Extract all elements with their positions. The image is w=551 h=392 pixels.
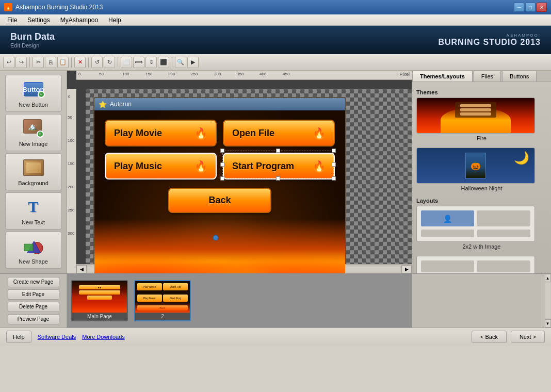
layout-2x2-thumbnail[interactable] [416,256,535,273]
layout-cell-2 [421,230,474,237]
back-nav-button[interactable]: < Back [472,331,507,343]
tool-new-text[interactable]: T New Text [5,192,62,230]
menu-help[interactable]: Help [103,15,126,25]
theme-fire-preview [417,98,534,133]
sub-title: Edit Design [10,42,55,48]
pixel-label: Pixel [399,72,410,77]
delete-page-button[interactable]: Delete Page [8,302,59,312]
play-music-label: Play Music [114,161,162,172]
theme-halloween[interactable]: 🎃 Halloween Night [416,148,547,191]
footer: Help Software Deals More Downloads < Bac… [0,328,551,346]
menubar: File Settings MyAshampoo Help [0,14,551,26]
rotate-left-button[interactable]: ↺ [91,57,103,68]
new-image-icon: 🏔️ + [23,118,44,139]
right-panel-tabs: Themes/Layouts Files Buttons [412,71,551,82]
autorun-window: ⭐ Autorun Play Movie 🔥 [93,97,346,273]
theme-halloween-thumbnail[interactable]: 🎃 [416,148,535,184]
layout-2x2-image-thumbnail[interactable]: 👤 [416,206,535,242]
layout-2x2-image-name: 2x2 with Image [416,243,547,250]
open-file-flame-icon: 🔥 [313,127,326,139]
rotate-right-button[interactable]: ↻ [104,57,115,68]
menu-myashampoo[interactable]: MyAshampoo [55,15,103,25]
align-button[interactable]: ⬜ [121,57,132,68]
create-new-page-button[interactable]: Create new Page [8,277,59,287]
page-thumb-2[interactable]: Play Movie Open File Play Music Start Pr… [134,280,191,321]
tab-themes-layouts[interactable]: Themes/Layouts [412,71,473,81]
tool-new-image[interactable]: 🏔️ + New Image [5,114,62,151]
tool-background-label: Background [18,180,48,186]
tool-new-shape-label: New Shape [19,258,48,265]
new-button-icon: Button + [23,79,44,100]
play-movie-button[interactable]: Play Movie 🔥 [105,120,217,146]
undo-button[interactable]: ↩ [3,57,14,68]
tool-new-shape[interactable]: New Shape [5,232,62,269]
layout-2x2-image[interactable]: 👤 2x2 with Image [416,206,547,250]
zoom-button[interactable]: 🔍 [175,57,186,68]
flip-h-button[interactable]: ⟺ [133,57,144,68]
titlebar-controls: ─ □ ✕ [514,3,547,12]
toolbar: ↩ ↪ ✂ ⎘ 📋 ✕ ↺ ↻ ⬜ ⟺ ⇕ ⬛ 🔍 ▶ [0,54,551,71]
open-file-button[interactable]: Open File 🔥 [223,120,335,146]
titlebar: 🔥 Ashampoo Burning Studio 2013 ─ □ ✕ [0,0,551,14]
mini-start-prog: Start Prog [163,295,188,302]
tool-new-text-label: New Text [22,219,45,225]
pages-scroll[interactable]: ■ ■ Main Page Play Movie Open File Play … [67,274,412,328]
help-button[interactable]: Help [6,331,31,343]
edit-page-button[interactable]: Edit Page [8,289,59,300]
preview-page-button[interactable]: Preview Page [8,314,59,324]
canvas-scroll-area[interactable]: ⭐ Autorun Play Movie 🔥 [86,89,412,273]
tab-buttons[interactable]: Buttons [502,71,537,81]
back-label: Back [208,195,231,206]
themes-header: Themes [416,89,547,95]
layout-2x2[interactable]: 2x2 [416,256,547,273]
toolbar-separator-4 [118,57,118,68]
next-nav-button[interactable]: Next > [511,331,545,343]
more-downloads-link[interactable]: More Downloads [82,334,125,340]
layout-plain-cell-1 [421,260,474,272]
close-button[interactable]: ✕ [537,3,547,12]
play-music-button[interactable]: Play Music 🔥 [105,153,217,179]
theme-halloween-preview: 🎃 [417,148,534,183]
page-thumb-main[interactable]: ■ ■ Main Page [71,280,128,321]
theme-fire[interactable]: Fire [416,97,547,141]
distribute-button[interactable]: ⬛ [158,57,169,68]
cut-button[interactable]: ✂ [33,57,44,68]
software-deals-link[interactable]: Software Deals [38,334,76,340]
back-button[interactable]: Back [168,188,271,213]
main-layout: Button + New Button 🏔️ + New Image [0,71,551,273]
tab-files[interactable]: Files [474,71,501,81]
autorun-star-icon: ⭐ [99,101,107,108]
copy-button[interactable]: ⎘ [45,57,56,68]
paste-button[interactable]: 📋 [57,57,69,68]
right-panel: Themes/Layouts Files Buttons Themes Fir [412,71,551,273]
menu-file[interactable]: File [2,15,22,25]
play-movie-label: Play Movie [114,128,162,139]
start-program-button[interactable]: Start Program 🔥 [223,153,335,179]
delete-button[interactable]: ✕ [74,57,86,68]
tool-background[interactable]: Background [5,153,62,190]
theme-fire-name: Fire [416,135,547,141]
footer-left: Help Software Deals More Downloads [6,331,125,343]
preview-button[interactable]: ▶ [187,57,199,68]
autorun-title-text: Autorun [110,101,132,108]
theme-fire-thumbnail[interactable] [416,97,535,134]
titlebar-left: 🔥 Ashampoo Burning Studio 2013 [4,3,103,11]
app-icon: 🔥 [4,3,12,11]
maximize-button[interactable]: □ [525,3,536,12]
layouts-header: Layouts [416,198,547,204]
tool-new-button[interactable]: Button + New Button [5,75,62,112]
pages-vertical-scrollbar[interactable]: ▲ ▼ [544,274,551,328]
menu-settings[interactable]: Settings [22,15,55,25]
autorun-content: Play Movie 🔥 Open File 🔥 Play Music 🔥 [94,110,345,273]
redo-button[interactable]: ↪ [15,57,27,68]
svg-rect-2 [24,244,33,251]
start-program-flame-icon: 🔥 [313,160,326,172]
flip-v-button[interactable]: ⇕ [145,57,157,68]
resize-handle-bottom[interactable] [212,234,219,241]
button-grid: Play Movie 🔥 Open File 🔥 Play Music 🔥 [105,120,335,179]
minimize-button[interactable]: ─ [514,3,524,12]
right-panel-bottom: ▲ ▼ [412,274,551,328]
ruler-left: 0 50 100 150 200 250 300 [67,89,76,273]
open-file-label: Open File [232,128,274,139]
layout-image-cell: 👤 [421,210,474,226]
